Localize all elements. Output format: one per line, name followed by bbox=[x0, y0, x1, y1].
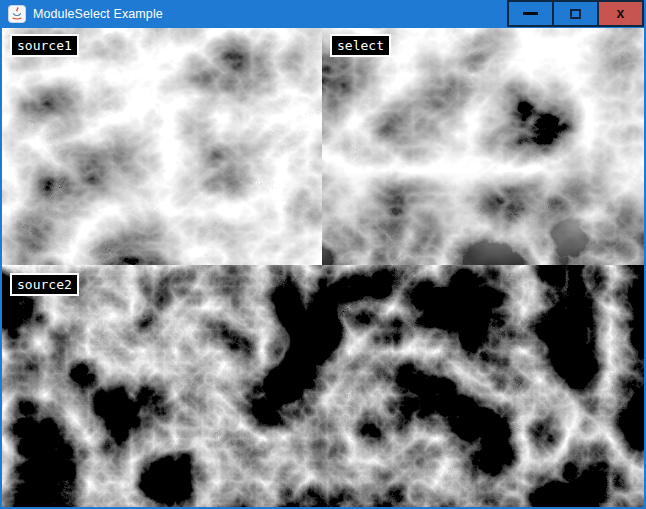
app-window: ModuleSelect Example x source1 bbox=[0, 0, 646, 509]
render-area: source1 select source2 bbox=[2, 28, 644, 507]
source1-label: source1 bbox=[10, 34, 79, 57]
source2-image bbox=[2, 265, 644, 507]
select-label: select bbox=[330, 34, 391, 57]
maximize-button[interactable] bbox=[554, 2, 597, 25]
window-controls: x bbox=[507, 0, 644, 27]
close-icon: x bbox=[617, 6, 625, 20]
titlebar[interactable]: ModuleSelect Example x bbox=[0, 0, 646, 28]
java-app-icon bbox=[8, 5, 26, 23]
source1-image bbox=[2, 28, 322, 265]
minimize-button[interactable] bbox=[509, 2, 552, 25]
close-button[interactable]: x bbox=[599, 2, 642, 25]
source2-label: source2 bbox=[10, 273, 79, 296]
window-title: ModuleSelect Example bbox=[33, 7, 163, 21]
maximize-icon bbox=[570, 9, 581, 19]
minimize-icon bbox=[523, 12, 538, 15]
